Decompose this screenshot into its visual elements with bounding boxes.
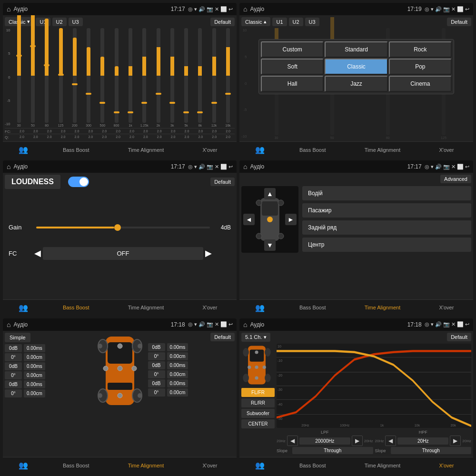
nav-people-icon-5[interactable]: 👥 bbox=[19, 461, 28, 470]
menu-classic[interactable]: Classic bbox=[325, 59, 387, 75]
u2-btn-2[interactable]: U2 bbox=[289, 18, 303, 26]
u2-btn[interactable]: U2 bbox=[52, 18, 67, 26]
default-btn-2[interactable]: Default bbox=[447, 18, 471, 26]
home-icon-2[interactable]: ⌂ bbox=[243, 5, 247, 13]
eq-band-5000[interactable]: 5k bbox=[179, 28, 193, 127]
ta-driver-btn[interactable]: Водій bbox=[302, 186, 471, 200]
home-icon-4[interactable]: ⌂ bbox=[243, 163, 247, 170]
lpf-freq-right-btn[interactable]: ▶ bbox=[352, 436, 363, 446]
svg-point-29 bbox=[255, 350, 258, 354]
nav-time-alignment-2[interactable]: Time Alignment bbox=[361, 145, 404, 155]
home-icon-6[interactable]: ⌂ bbox=[243, 321, 247, 328]
eq-band-800[interactable]: 800 bbox=[110, 28, 123, 127]
home-icon[interactable]: ⌂ bbox=[7, 5, 10, 13]
eq-band-30[interactable]: 30 bbox=[12, 28, 26, 127]
xover-channel-dropdown[interactable]: 5.1 Ch. ▾ bbox=[241, 333, 270, 342]
ta-center-btn[interactable]: Центр bbox=[302, 238, 471, 252]
nav-time-alignment-3[interactable]: Time Alignment bbox=[124, 303, 168, 312]
xover-center-btn[interactable]: CENTER bbox=[241, 419, 275, 428]
nav-bass-boost-3[interactable]: Bass Boost bbox=[59, 303, 93, 312]
xover-default-btn[interactable]: Default bbox=[447, 333, 471, 341]
time-3: 17:17 bbox=[171, 163, 185, 170]
nav-people-icon-4[interactable]: 👥 bbox=[255, 303, 265, 312]
hpf-freq-right-btn[interactable]: ▶ bbox=[450, 436, 461, 446]
advanced-btn[interactable]: Advanced bbox=[440, 175, 471, 183]
nav-people-icon-3[interactable]: 👥 bbox=[19, 303, 28, 312]
menu-cinema[interactable]: Cinema bbox=[389, 76, 452, 92]
ta-car-content: Advanced ▲ ▼ ◄ ► Водій bbox=[239, 173, 473, 299]
nav-people-icon-6[interactable]: 👥 bbox=[255, 461, 265, 470]
ta-default-btn[interactable]: Default bbox=[210, 333, 235, 341]
xover-content: 5.1 Ch. ▾ Default bbox=[239, 331, 473, 457]
nav-time-alignment-4[interactable]: Time Alignment bbox=[361, 303, 404, 312]
menu-pop[interactable]: Pop bbox=[389, 59, 452, 75]
eq-band-300[interactable]: 300 bbox=[82, 28, 95, 127]
xover-subwoofer-btn[interactable]: Subwoofer bbox=[241, 409, 275, 418]
direction-right-btn[interactable]: ► bbox=[285, 214, 297, 225]
eq-band-500[interactable]: 500 bbox=[96, 28, 109, 127]
eq-band-3000[interactable]: 3k bbox=[166, 28, 179, 127]
ta-left-header: Simple bbox=[5, 333, 92, 342]
nav-bass-boost-6[interactable]: Bass Boost bbox=[296, 461, 330, 470]
eq-band-1250[interactable]: 1.25k bbox=[138, 28, 151, 127]
loudness-toggle[interactable] bbox=[68, 177, 89, 187]
lpf-freq-left-btn[interactable]: ◀ bbox=[287, 436, 298, 446]
nav-time-alignment-1[interactable]: Time Alignment bbox=[124, 145, 168, 155]
direction-left-btn[interactable]: ◄ bbox=[243, 214, 255, 225]
nav-xover-1[interactable]: X'over bbox=[198, 145, 221, 155]
fc-display: OFF bbox=[43, 247, 203, 260]
ta-l-ms-2: 0.00ms bbox=[24, 362, 45, 370]
default-btn[interactable]: Default bbox=[210, 18, 235, 26]
nav-xover-6[interactable]: X'over bbox=[435, 461, 457, 470]
home-icon-5[interactable]: ⌂ bbox=[7, 321, 10, 328]
nav-bass-boost-5[interactable]: Bass Boost bbox=[59, 461, 93, 470]
fc-left-btn[interactable]: ◀ bbox=[32, 246, 43, 260]
loudness-default-btn[interactable]: Default bbox=[210, 178, 235, 186]
u3-btn-2[interactable]: U3 bbox=[305, 18, 319, 26]
eq-band-8000[interactable]: 8k bbox=[193, 28, 207, 127]
nav-xover-5[interactable]: X'over bbox=[198, 461, 221, 470]
nav-bass-boost-1[interactable]: Bass Boost bbox=[59, 145, 93, 155]
xover-rl-rr-btn[interactable]: RL/RR bbox=[241, 398, 275, 407]
nav-xover-4[interactable]: X'over bbox=[435, 303, 457, 312]
eq-band-125[interactable]: 125 bbox=[54, 28, 67, 127]
eq-dropdown-content: Classic ▴ U1 U2 U3 Default 1050-5-10 30 … bbox=[239, 15, 473, 141]
eq-band-2000[interactable]: 2k bbox=[151, 28, 165, 127]
menu-jazz[interactable]: Jazz bbox=[325, 76, 387, 92]
fc-right-btn[interactable]: ▶ bbox=[203, 246, 214, 260]
nav-people-icon[interactable]: 👥 bbox=[19, 145, 28, 154]
gain-slider-track[interactable] bbox=[36, 227, 210, 228]
gain-slider-handle[interactable] bbox=[114, 224, 121, 231]
nav-xover-2[interactable]: X'over bbox=[435, 145, 457, 155]
menu-rock[interactable]: Rock bbox=[389, 41, 452, 58]
panel-xover: ⌂ Аудіо 17:18 ◎ ▾ 🔊 📷 ✕ ⬜ ↩ 5.1 Ch. ▾ De… bbox=[239, 318, 473, 473]
nav-xover-3[interactable]: X'over bbox=[198, 303, 221, 312]
ta-rear-btn[interactable]: Задній ряд bbox=[302, 220, 471, 235]
menu-standard[interactable]: Standard bbox=[325, 41, 387, 58]
eq-band-50[interactable]: 50 bbox=[26, 28, 40, 127]
nav-bass-boost-2[interactable]: Bass Boost bbox=[296, 145, 330, 155]
eq-band-1000[interactable]: 1k bbox=[124, 28, 137, 127]
eq-band-80[interactable]: 80 bbox=[40, 28, 53, 127]
eq-band-12000[interactable]: 12k bbox=[208, 28, 221, 127]
graph-labels: 20Hz 100Hz 1k 10k 20k bbox=[286, 424, 471, 427]
home-icon-3[interactable]: ⌂ bbox=[7, 163, 10, 170]
eq-preset-dropdown-2[interactable]: Classic ▴ bbox=[241, 17, 270, 26]
menu-soft[interactable]: Soft bbox=[261, 59, 324, 75]
nav-people-icon-2[interactable]: 👥 bbox=[255, 145, 265, 154]
ta-passenger-btn[interactable]: Пасажир bbox=[302, 203, 471, 218]
u1-btn-2[interactable]: U1 bbox=[272, 18, 287, 26]
menu-hall[interactable]: Hall bbox=[261, 76, 324, 92]
nav-bass-boost-4[interactable]: Bass Boost bbox=[296, 303, 330, 312]
xover-fl-fr-btn[interactable]: FL/FR bbox=[241, 388, 275, 397]
nav-time-alignment-5[interactable]: Time Alignment bbox=[124, 461, 168, 470]
hpf-freq-left-btn[interactable]: ◀ bbox=[385, 436, 396, 446]
u3-btn[interactable]: U3 bbox=[69, 18, 83, 26]
direction-up-btn[interactable]: ▲ bbox=[264, 188, 276, 199]
menu-custom[interactable]: Custom bbox=[261, 41, 324, 58]
ta-simple-btn[interactable]: Simple bbox=[5, 333, 30, 342]
direction-down-btn[interactable]: ▼ bbox=[264, 239, 276, 251]
eq-band-200[interactable]: 200 bbox=[68, 28, 81, 127]
eq-band-16000[interactable]: 16k bbox=[221, 28, 235, 127]
nav-time-alignment-6[interactable]: Time Alignment bbox=[361, 461, 404, 470]
